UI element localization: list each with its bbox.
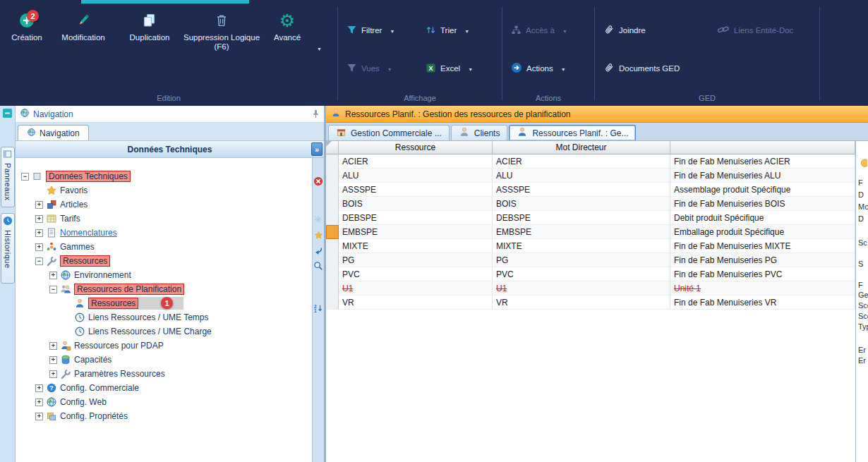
- pin-icon[interactable]: [312, 109, 320, 118]
- column-header[interactable]: [670, 141, 855, 154]
- star-icon[interactable]: [313, 230, 323, 240]
- search-icon[interactable]: [313, 261, 323, 271]
- vues-button[interactable]: Vues: [341, 59, 420, 78]
- row-selector[interactable]: [326, 253, 339, 267]
- dropdown-caret-icon[interactable]: [464, 26, 469, 35]
- suppression-button[interactable]: Suppression Logique (F6): [182, 10, 261, 51]
- expand-toggle-icon[interactable]: +: [35, 399, 43, 406]
- avance-button[interactable]: Avancé: [261, 10, 313, 42]
- table-row[interactable]: EMBSPEEMBSPEEmballage produit Spécifique: [326, 225, 855, 239]
- excel-button[interactable]: X Excel: [420, 59, 478, 78]
- dropdown-caret-icon[interactable]: [390, 26, 394, 35]
- content-tab[interactable]: Clients: [451, 125, 508, 140]
- tree-item-config-propri-t-s[interactable]: +Config. Propriétés: [16, 409, 312, 423]
- joindre-button[interactable]: Joindre: [598, 21, 693, 39]
- tree-item-ressources[interactable]: −Ressources: [16, 254, 312, 268]
- tree-item-param-tres-ressources[interactable]: +Paramètres Ressources: [16, 367, 312, 381]
- filtrer-button[interactable]: Filtrer: [341, 21, 420, 39]
- side-tab-historique[interactable]: Historique: [1, 213, 15, 284]
- row-selector[interactable]: [326, 183, 339, 197]
- table-row[interactable]: MIXTEMIXTEFin de Fab Menuiseries MIXTE: [326, 239, 855, 253]
- trier-button[interactable]: Trier: [420, 21, 475, 39]
- duplication-button[interactable]: Duplication: [117, 10, 182, 42]
- table-row[interactable]: PGPGFin de Fab Menuiseries PG: [326, 253, 855, 267]
- column-header[interactable]: Ressource: [339, 141, 493, 154]
- tree-item-donn-es-techniques[interactable]: −Données Techniques: [16, 169, 312, 183]
- collapse-panel-icon[interactable]: [2, 108, 13, 118]
- row-selector[interactable]: [326, 239, 339, 253]
- dropdown-caret-icon[interactable]: [317, 44, 322, 52]
- table-row[interactable]: ALUALUFin de Fab Menuiseries ALU: [326, 169, 855, 183]
- sort-numeric-icon[interactable]: 21: [313, 303, 323, 313]
- selector-column-header[interactable]: [326, 141, 339, 154]
- content-tab[interactable]: Gestion Commerciale ...: [328, 125, 450, 140]
- tree-item-label: Nomenclatures: [60, 228, 117, 238]
- field-label-fragment: Ge: [858, 291, 868, 299]
- expand-toggle-icon[interactable]: +: [49, 272, 57, 279]
- tree-item-gammes[interactable]: +Gammes: [16, 240, 312, 254]
- expand-panel-button[interactable]: [311, 142, 323, 156]
- tree-item-config-commerciale[interactable]: +?Config. Commerciale: [16, 381, 312, 395]
- modification-button[interactable]: Modification: [49, 10, 117, 42]
- documents-ged-button[interactable]: Documents GED: [598, 59, 685, 78]
- step-badge-2: 2: [27, 10, 39, 22]
- tree-item-ressources[interactable]: Ressources1: [16, 296, 312, 310]
- row-selector[interactable]: [326, 267, 339, 281]
- collapse-toggle-icon[interactable]: −: [35, 257, 43, 265]
- close-icon[interactable]: [313, 176, 323, 186]
- tree-item-nomenclatures[interactable]: +Nomenclatures: [16, 226, 312, 240]
- dropdown-caret-icon[interactable]: [561, 64, 566, 73]
- row-selector[interactable]: [326, 281, 339, 296]
- table-row[interactable]: ACIERACIERFin de Fab Menuiseries ACIER: [326, 154, 855, 169]
- excel-label: Excel: [440, 64, 460, 73]
- suppression-label: Suppression Logique (F6): [182, 33, 261, 51]
- expand-toggle-icon[interactable]: +: [35, 229, 43, 237]
- row-selector[interactable]: [326, 169, 339, 183]
- tree-item-capacit-s[interactable]: +Capacités: [16, 353, 312, 367]
- dropdown-caret-icon[interactable]: [468, 64, 473, 73]
- column-header[interactable]: Mot Directeur: [493, 141, 670, 154]
- tree-item-articles[interactable]: +Articles: [16, 197, 312, 212]
- acces-a-button[interactable]: Accès à: [505, 21, 573, 39]
- row-selector[interactable]: [326, 197, 339, 211]
- tree-item-ressources-pour-pdap[interactable]: +Ressources pour PDAP: [16, 339, 312, 353]
- table-row[interactable]: U1U1Unité 1: [326, 281, 855, 296]
- table-row[interactable]: VRVRFin de Fab Menuiseries VR: [326, 296, 855, 310]
- tab-navigation[interactable]: Navigation: [18, 125, 89, 140]
- tree-item-ressources-de-planification[interactable]: −Ressources de Planification: [16, 282, 312, 296]
- expand-toggle-icon[interactable]: +: [35, 384, 43, 392]
- table-row[interactable]: PVCPVCFin de Fab Menuiseries PVC: [326, 267, 855, 281]
- actions-button[interactable]: Actions: [505, 59, 572, 78]
- table-row[interactable]: DEBSPEDEBSPEDebit produit Spécifique: [326, 211, 855, 225]
- panels-icon: [3, 150, 12, 161]
- tree-item-label: Liens Ressources / UME Charge: [88, 327, 212, 336]
- expand-toggle-icon[interactable]: +: [49, 356, 57, 364]
- expand-toggle-icon[interactable]: +: [49, 342, 57, 350]
- tree-item-tarifs[interactable]: +Tarifs: [16, 212, 312, 226]
- tree-item-favoris[interactable]: Favoris: [16, 183, 312, 197]
- row-selector[interactable]: [326, 211, 339, 225]
- tree-item-config-web[interactable]: +Config. Web: [16, 395, 312, 409]
- tree-item-environnement[interactable]: +Environnement: [16, 268, 312, 282]
- row-selector[interactable]: [326, 154, 339, 169]
- creation-button[interactable]: Création 2: [4, 10, 49, 42]
- expand-toggle-icon[interactable]: +: [35, 413, 43, 420]
- expand-toggle-icon[interactable]: +: [49, 370, 57, 378]
- liens-entite-doc-button[interactable]: Liens Entité-Doc: [711, 21, 799, 39]
- collapse-toggle-icon[interactable]: −: [49, 286, 57, 293]
- expand-toggle-icon[interactable]: +: [35, 243, 43, 251]
- tree-item-liens-ressources-ume-temps[interactable]: Liens Ressources / UME Temps: [16, 310, 312, 324]
- side-tab-panneaux[interactable]: Panneaux: [1, 147, 15, 207]
- table-row[interactable]: ASSSPEASSSPEAssemblage produit Spécifiqu…: [326, 183, 855, 197]
- row-selector[interactable]: [326, 225, 339, 239]
- collapse-toggle-icon[interactable]: −: [21, 173, 29, 181]
- row-selector[interactable]: [326, 296, 339, 310]
- content-tab[interactable]: Ressources Planif. : Ge...: [509, 125, 636, 140]
- filter-icon: [346, 25, 357, 37]
- expand-toggle-icon[interactable]: +: [35, 201, 43, 209]
- go-to-icon[interactable]: [313, 245, 323, 255]
- table-row[interactable]: BOISBOISFin de Fab Menuiseries BOIS: [326, 197, 855, 211]
- tree-item-liens-ressources-ume-charge[interactable]: Liens Ressources / UME Charge: [16, 324, 312, 339]
- snowflake-icon[interactable]: [313, 214, 323, 224]
- expand-toggle-icon[interactable]: +: [35, 215, 43, 223]
